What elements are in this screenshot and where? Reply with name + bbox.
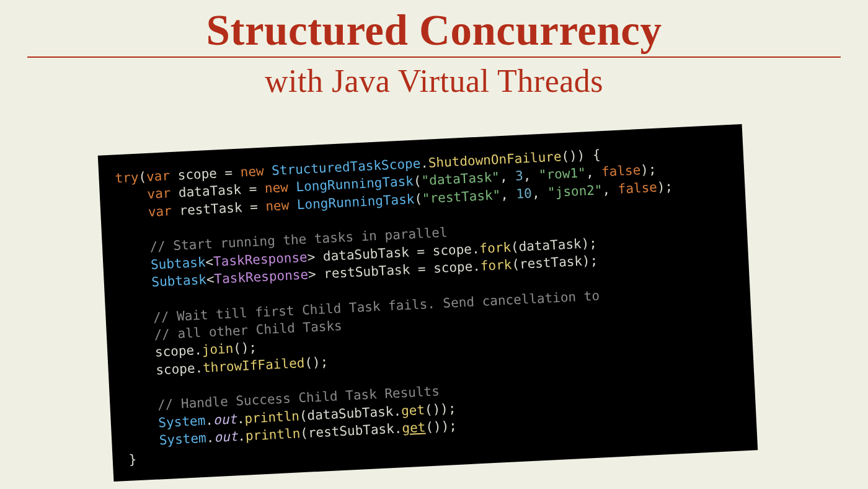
title-divider (27, 56, 841, 58)
slide-title: Structured Concurrency (0, 0, 868, 55)
code-snippet: try(var scope = new StructuredTaskScope.… (98, 124, 758, 482)
code-content: try(var scope = new StructuredTaskScope.… (115, 140, 741, 469)
slide-subtitle: with Java Virtual Threads (0, 63, 868, 99)
